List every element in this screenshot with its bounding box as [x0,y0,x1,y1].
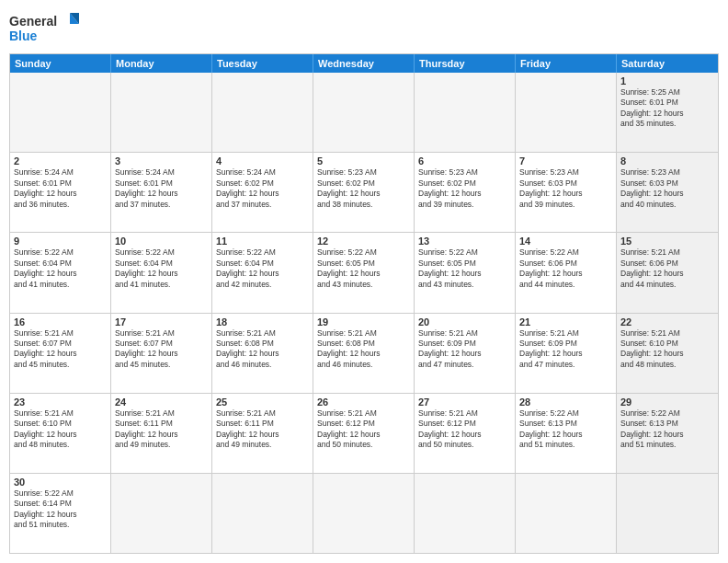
calendar-cell [212,474,313,553]
day-number: 6 [418,155,511,167]
calendar-cell: 27Sunrise: 5:21 AM Sunset: 6:12 PM Dayli… [415,394,516,473]
calendar-row: 30Sunrise: 5:22 AM Sunset: 6:14 PM Dayli… [10,473,718,553]
calendar-cell [10,73,111,152]
calendar-cell: 11Sunrise: 5:22 AM Sunset: 6:04 PM Dayli… [212,233,313,312]
day-info: Sunrise: 5:21 AM Sunset: 6:10 PM Dayligh… [14,408,107,451]
day-number: 17 [115,316,208,327]
day-number: 1 [620,75,714,86]
day-number: 22 [620,316,714,327]
calendar-cell [617,474,718,553]
calendar-cell [313,474,415,553]
day-info: Sunrise: 5:23 AM Sunset: 6:03 PM Dayligh… [620,167,714,210]
day-info: Sunrise: 5:21 AM Sunset: 6:09 PM Dayligh… [418,328,511,371]
day-number: 7 [519,155,612,167]
day-info: Sunrise: 5:21 AM Sunset: 6:06 PM Dayligh… [620,247,714,290]
day-info: Sunrise: 5:21 AM Sunset: 6:09 PM Dayligh… [519,328,612,371]
day-info: Sunrise: 5:24 AM Sunset: 6:02 PM Dayligh… [216,167,309,210]
calendar-cell [516,73,617,152]
day-info: Sunrise: 5:21 AM Sunset: 6:12 PM Dayligh… [418,408,511,451]
calendar-cell: 30Sunrise: 5:22 AM Sunset: 6:14 PM Dayli… [10,474,111,553]
day-info: Sunrise: 5:25 AM Sunset: 6:01 PM Dayligh… [620,87,714,130]
calendar-cell: 29Sunrise: 5:22 AM Sunset: 6:13 PM Dayli… [617,394,718,473]
calendar-cell: 25Sunrise: 5:21 AM Sunset: 6:11 PM Dayli… [212,394,313,473]
day-info: Sunrise: 5:22 AM Sunset: 6:13 PM Dayligh… [620,408,714,451]
day-info: Sunrise: 5:21 AM Sunset: 6:08 PM Dayligh… [317,328,410,371]
calendar-cell: 21Sunrise: 5:21 AM Sunset: 6:09 PM Dayli… [516,314,617,393]
calendar-cell [212,73,313,152]
calendar-cell: 24Sunrise: 5:21 AM Sunset: 6:11 PM Dayli… [111,394,212,473]
day-number: 14 [519,236,612,247]
calendar-cell: 9Sunrise: 5:22 AM Sunset: 6:04 PM Daylig… [10,233,111,312]
calendar-cell: 8Sunrise: 5:23 AM Sunset: 6:03 PM Daylig… [617,153,718,232]
calendar-cell: 2Sunrise: 5:24 AM Sunset: 6:01 PM Daylig… [10,153,111,232]
calendar-cell: 22Sunrise: 5:21 AM Sunset: 6:10 PM Dayli… [617,314,718,393]
day-number: 30 [14,477,107,488]
day-info: Sunrise: 5:23 AM Sunset: 6:02 PM Dayligh… [317,167,410,210]
weekday-header: Thursday [415,54,516,73]
svg-text:Blue: Blue [9,29,38,43]
day-number: 2 [14,155,107,167]
calendar-cell: 1Sunrise: 5:25 AM Sunset: 6:01 PM Daylig… [617,73,718,152]
calendar-cell: 15Sunrise: 5:21 AM Sunset: 6:06 PM Dayli… [617,233,718,312]
day-number: 16 [14,316,107,327]
svg-text:General: General [9,14,57,29]
calendar-cell: 3Sunrise: 5:24 AM Sunset: 6:01 PM Daylig… [111,153,212,232]
weekday-header: Monday [111,54,212,73]
calendar-row: 23Sunrise: 5:21 AM Sunset: 6:10 PM Dayli… [10,393,718,473]
day-info: Sunrise: 5:21 AM Sunset: 6:08 PM Dayligh… [216,328,309,371]
day-number: 3 [115,155,208,167]
day-number: 24 [115,396,208,408]
logo: General Blue [9,9,83,46]
day-info: Sunrise: 5:22 AM Sunset: 6:04 PM Dayligh… [115,247,208,290]
calendar-cell [415,474,516,553]
weekday-header: Tuesday [212,54,313,73]
weekday-header: Friday [516,54,617,73]
day-info: Sunrise: 5:23 AM Sunset: 6:02 PM Dayligh… [418,167,511,210]
day-number: 8 [620,155,714,167]
day-info: Sunrise: 5:21 AM Sunset: 6:07 PM Dayligh… [14,328,107,371]
day-number: 25 [216,396,309,408]
calendar-row: 16Sunrise: 5:21 AM Sunset: 6:07 PM Dayli… [10,313,718,393]
day-info: Sunrise: 5:21 AM Sunset: 6:07 PM Dayligh… [115,328,208,371]
calendar-cell [516,474,617,553]
calendar-body: 1Sunrise: 5:25 AM Sunset: 6:01 PM Daylig… [10,73,718,553]
calendar-cell: 5Sunrise: 5:23 AM Sunset: 6:02 PM Daylig… [313,153,415,232]
day-number: 11 [216,236,309,247]
calendar-cell [111,73,212,152]
day-number: 26 [317,396,410,408]
day-info: Sunrise: 5:23 AM Sunset: 6:03 PM Dayligh… [519,167,612,210]
day-number: 20 [418,316,511,327]
weekday-header: Wednesday [313,54,415,73]
day-info: Sunrise: 5:21 AM Sunset: 6:12 PM Dayligh… [317,408,410,451]
day-number: 27 [418,396,511,408]
calendar-cell: 16Sunrise: 5:21 AM Sunset: 6:07 PM Dayli… [10,314,111,393]
day-number: 29 [620,396,714,408]
day-info: Sunrise: 5:22 AM Sunset: 6:05 PM Dayligh… [418,247,511,290]
day-number: 12 [317,236,410,247]
header: General Blue [9,9,719,46]
calendar-cell: 17Sunrise: 5:21 AM Sunset: 6:07 PM Dayli… [111,314,212,393]
day-info: Sunrise: 5:22 AM Sunset: 6:05 PM Dayligh… [317,247,410,290]
day-info: Sunrise: 5:22 AM Sunset: 6:04 PM Dayligh… [216,247,309,290]
day-number: 13 [418,236,511,247]
calendar-cell: 20Sunrise: 5:21 AM Sunset: 6:09 PM Dayli… [415,314,516,393]
day-info: Sunrise: 5:22 AM Sunset: 6:04 PM Dayligh… [14,247,107,290]
calendar-row: 2Sunrise: 5:24 AM Sunset: 6:01 PM Daylig… [10,152,718,232]
calendar-cell [111,474,212,553]
day-number: 21 [519,316,612,327]
day-number: 4 [216,155,309,167]
day-number: 10 [115,236,208,247]
calendar-header: SundayMondayTuesdayWednesdayThursdayFrid… [10,54,718,73]
calendar-cell: 4Sunrise: 5:24 AM Sunset: 6:02 PM Daylig… [212,153,313,232]
calendar-cell: 12Sunrise: 5:22 AM Sunset: 6:05 PM Dayli… [313,233,415,312]
calendar-cell: 19Sunrise: 5:21 AM Sunset: 6:08 PM Dayli… [313,314,415,393]
day-number: 19 [317,316,410,327]
calendar-cell: 18Sunrise: 5:21 AM Sunset: 6:08 PM Dayli… [212,314,313,393]
page: General Blue SundayMondayTuesdayWednesda… [0,0,728,563]
weekday-header: Sunday [10,54,111,73]
calendar-row: 9Sunrise: 5:22 AM Sunset: 6:04 PM Daylig… [10,232,718,312]
day-info: Sunrise: 5:22 AM Sunset: 6:13 PM Dayligh… [519,408,612,451]
day-number: 18 [216,316,309,327]
day-info: Sunrise: 5:21 AM Sunset: 6:11 PM Dayligh… [216,408,309,451]
day-number: 5 [317,155,410,167]
